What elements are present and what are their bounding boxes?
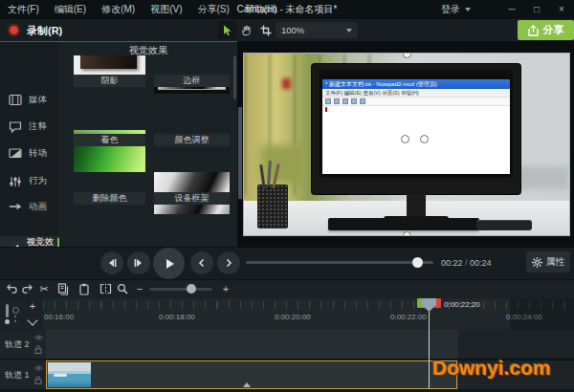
selection-handle-bottom[interactable] — [403, 231, 411, 236]
thumb-photo — [80, 55, 137, 69]
split-button[interactable] — [98, 281, 113, 296]
paste-icon — [78, 283, 90, 295]
clip-marker — [243, 379, 251, 387]
lock-icon[interactable] — [34, 376, 42, 384]
arrow-right-icon — [9, 201, 22, 212]
background-red-object — [282, 78, 291, 89]
play-icon — [163, 257, 176, 271]
add-track-button[interactable]: + — [23, 299, 42, 313]
timeline-zoom-slider[interactable] — [149, 288, 212, 291]
menu-item-view[interactable]: 视图(V) — [143, 0, 189, 19]
menu-item-file[interactable]: 文件(F) — [0, 0, 47, 19]
eye-icon[interactable] — [34, 335, 43, 340]
zoom-level-value: 100% — [281, 25, 304, 35]
sidebar: 媒体 注释 转场 行为 — [0, 42, 59, 247]
crop-icon — [260, 25, 272, 36]
playhead-line[interactable] — [429, 298, 430, 389]
time-total: 00:24 — [470, 258, 492, 268]
crop-tool-button[interactable] — [256, 21, 275, 39]
track-2-label: 轨道 2 — [5, 338, 30, 351]
sidebar-item-behaviors[interactable]: 行为 — [0, 167, 59, 194]
sidebar-item-annotations[interactable]: 注释 — [0, 113, 59, 140]
prev-frame-button[interactable] — [100, 251, 123, 274]
share-button[interactable]: 分享 — [518, 20, 574, 40]
eye-icon[interactable] — [34, 365, 43, 371]
minimize-button[interactable]: ─ — [499, 0, 524, 19]
playback-slider[interactable] — [246, 261, 433, 264]
menu-bar: 文件(F) 编辑(E) 修改(M) 视图(V) 分享(S) 帮助(H) — [0, 0, 574, 19]
notepad-toolbar — [322, 98, 510, 106]
collapse-tracks-button[interactable] — [23, 315, 42, 328]
mini-magnifier-icon — [12, 307, 19, 314]
menu-item-edit[interactable]: 编辑(E) — [47, 0, 94, 19]
preview-canvas[interactable]: * 新建文本文档.txt - Notepad2-mod (管理员) 文件(F) … — [243, 53, 570, 236]
sidebar-item-transitions[interactable]: 转场 — [0, 140, 59, 166]
zoom-out-button[interactable]: − — [132, 281, 147, 296]
sidebar-item-media[interactable]: 媒体 — [0, 86, 59, 113]
effect-thumb-shadow[interactable] — [74, 55, 145, 75]
magnifier-icon — [117, 283, 128, 294]
timeline-zoom-button[interactable] — [115, 281, 130, 296]
menu-item-modify[interactable]: 修改(M) — [94, 0, 143, 19]
scissors-icon: ✂ — [39, 283, 48, 295]
chevron-down-icon — [27, 315, 37, 325]
copy-button[interactable] — [55, 281, 71, 296]
record-button[interactable]: 录制(R) — [27, 24, 62, 38]
prev-frame-icon — [106, 257, 118, 269]
step-back-button[interactable] — [190, 251, 213, 274]
effect-label-device-frame: 设备框架 — [154, 192, 230, 205]
selection-center-handle[interactable] — [401, 135, 409, 143]
next-frame-button[interactable] — [127, 251, 150, 274]
panel-scrollbar[interactable] — [233, 55, 236, 99]
redo-icon — [21, 283, 33, 294]
track-height-slider-thumb[interactable] — [5, 319, 10, 324]
maximize-button[interactable]: □ — [524, 0, 549, 19]
notepad-tool-icon — [342, 98, 348, 104]
sidebar-item-animations[interactable]: 动画 — [0, 193, 59, 220]
step-forward-button[interactable] — [217, 251, 240, 274]
notepad-tool-icon — [351, 98, 357, 104]
effect-label-color-adjustment: 颜色调整 — [154, 134, 230, 146]
timeline-zoom-slider-thumb[interactable] — [187, 284, 196, 294]
menu-item-share[interactable]: 分享(S) — [189, 0, 236, 19]
minus-icon: − — [137, 283, 143, 294]
properties-button[interactable]: 属性 — [526, 251, 570, 272]
undo-button[interactable] — [4, 281, 19, 296]
select-tool-button[interactable] — [218, 21, 236, 39]
notepad-text-caret — [325, 107, 327, 112]
speech-bubble-icon — [9, 120, 22, 133]
selection-rotate-handle[interactable] — [420, 135, 429, 143]
effect-label-shadow: 阴影 — [74, 75, 145, 87]
zoom-in-button[interactable]: + — [218, 281, 233, 296]
lock-icon[interactable] — [34, 345, 42, 354]
clip-thumbnail — [48, 362, 91, 387]
track-height-slider[interactable] — [6, 304, 9, 317]
hand-icon — [240, 24, 253, 36]
zoom-level-select[interactable]: 100% — [276, 22, 358, 38]
sign-in-button[interactable]: 登录 — [441, 0, 471, 19]
sidebar-item-label: 媒体 — [29, 94, 47, 106]
track-2-header[interactable]: 轨道 2 — [0, 330, 46, 359]
plus-icon: + — [223, 283, 229, 294]
record-icon — [8, 24, 20, 36]
phone — [476, 220, 532, 230]
notepad-menubar: 文件(F) 编辑(E) 查看(V) 设置(S) 帮助(H) — [322, 89, 510, 98]
sidebar-item-label: 转场 — [29, 147, 47, 160]
ruler-label: 0:00:22:00 — [390, 313, 427, 321]
menu-item-help[interactable]: 帮助(H) — [237, 0, 285, 19]
timeline-ruler[interactable]: 00:16:00 0:00:18:00 0:00:20:00 0:00:22:0… — [43, 298, 574, 330]
timeline-clip[interactable] — [46, 360, 457, 389]
notepad-window: * 新建文本文档.txt - Notepad2-mod (管理员) 文件(F) … — [322, 79, 510, 174]
selection-handle-top[interactable] — [403, 53, 411, 58]
paste-button[interactable] — [77, 281, 92, 296]
cut-button[interactable]: ✂ — [36, 281, 52, 296]
track-1-header[interactable]: 轨道 1 — [0, 360, 46, 389]
close-button[interactable]: × — [549, 0, 574, 19]
play-button[interactable] — [153, 248, 185, 279]
redo-button[interactable] — [19, 281, 34, 296]
playback-slider-thumb[interactable] — [412, 257, 423, 268]
pan-tool-button[interactable] — [237, 21, 255, 39]
notepad-tool-icon — [325, 98, 331, 104]
effect-label-remove-color: 删除颜色 — [74, 192, 145, 205]
chevron-down-icon — [346, 29, 352, 33]
